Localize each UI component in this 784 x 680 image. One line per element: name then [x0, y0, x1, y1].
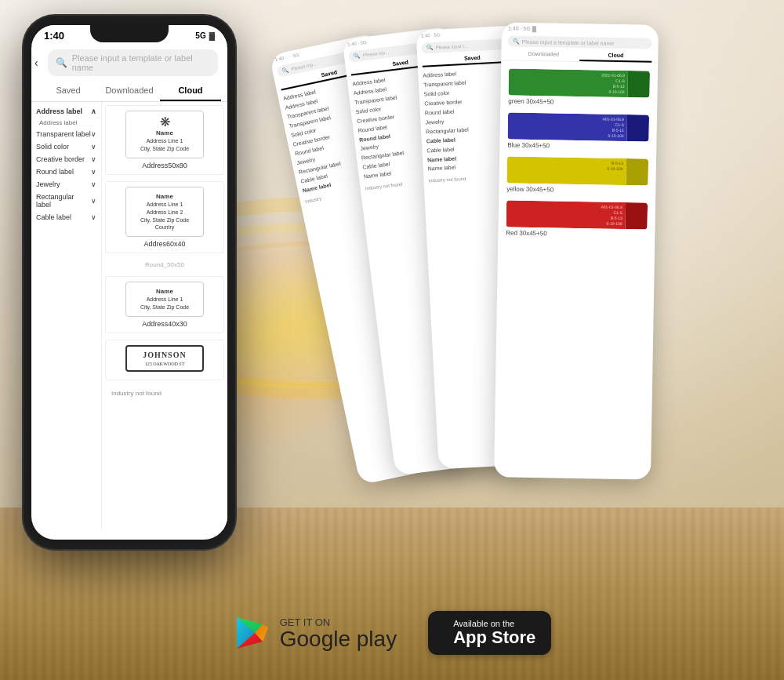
- card3-search-icon: 🔍: [426, 45, 433, 51]
- red-label-name: Red 30x45+50: [506, 229, 647, 238]
- sidebar-address-label[interactable]: Address label ∧: [31, 105, 101, 118]
- status-icons: 5G ▓: [195, 31, 215, 40]
- preview-name-3: Name: [136, 287, 194, 296]
- template-johnson[interactable]: JOHNSON 123 OAKWOOD ST: [105, 340, 224, 380]
- red-tab-block: [625, 202, 648, 229]
- app-store-badge[interactable]: Available on the App Store: [428, 611, 551, 655]
- search-icon: 🔍: [56, 57, 67, 68]
- red-main-block: A01-01-06.9C1-SB-5-130-10-100: [506, 200, 626, 229]
- sidebar-address-sub[interactable]: Address label: [31, 118, 101, 128]
- app-store-main: App Store: [453, 628, 535, 647]
- green-label-text: 2021-01-06.9C1-SB-5-130-10-100: [601, 73, 625, 96]
- card4-status: 1:40 · 5G ▓: [502, 22, 659, 36]
- sidebar-list: Address label ∧ Address label Transparen…: [31, 102, 102, 530]
- tab-downloaded[interactable]: Downloaded: [99, 81, 160, 101]
- colored-labels-section: 2021-01-06.9C1-SB-5-130-10-100 green 30x…: [498, 62, 658, 253]
- phone-body: 1:40 5G ▓ ‹ 🔍 Please input a template or…: [24, 16, 235, 549]
- sidebar-jewelry[interactable]: Jewelry ∨: [31, 178, 101, 191]
- template-name-3: Address40x30: [142, 320, 187, 328]
- blue-label-name: Blue 30x45+50: [507, 141, 648, 151]
- yellow-tab-block: [626, 158, 648, 185]
- google-play-text: GET IT ON Google play: [280, 616, 397, 650]
- template-area: ❋ Name Address Line 1 City, State Zip Co…: [102, 102, 227, 530]
- battery-icon: ▓: [209, 31, 215, 40]
- card1-search-text: Please inp...: [291, 61, 318, 71]
- green-tab-block: [627, 71, 650, 97]
- bottom-section: GET IT ON Google play Available on the A…: [0, 586, 784, 680]
- card4-search: 🔍 Please input a template or label name: [508, 35, 652, 49]
- green-label-row: 2021-01-06.9C1-SB-5-130-10-100 green 30x…: [508, 68, 650, 107]
- blue-tab-block: [626, 115, 649, 141]
- blue-main-block: A01-01-06.9C1-SB-5-130-10-100: [507, 112, 627, 141]
- back-cards-container: 1:40 · · · 5G 🔍 Please inp... Saved Addr…: [306, 24, 760, 588]
- app-store-text: Available on the App Store: [453, 619, 535, 647]
- card4-tab-cloud[interactable]: Cloud: [579, 49, 652, 63]
- red-bar: A01-01-06.9C1-SB-5-130-10-100: [506, 200, 648, 229]
- card4-search-icon: 🔍: [513, 38, 520, 45]
- blue-label-row: A01-01-06.9C1-SB-5-130-10-100 Blue 30x45…: [507, 112, 649, 151]
- preview-line2-1: City, State Zip Code: [136, 145, 194, 153]
- tab-cloud[interactable]: Cloud: [160, 81, 221, 101]
- google-play-badge[interactable]: GET IT ON Google play: [233, 613, 397, 653]
- yellow-label-text: B-5-130-10-10V: [607, 161, 623, 172]
- sidebar-round[interactable]: Round label ∨: [31, 165, 101, 178]
- industry-not-found: Industry not found: [105, 387, 224, 400]
- yellow-main-block: B-5-130-10-10V: [506, 156, 626, 185]
- template-preview-3: Name Address Line 1 City, State Zip Code: [125, 282, 204, 317]
- template-preview-2: Name Address Line 1 Address Line 2 City,…: [125, 187, 204, 237]
- preview-johnson-name: JOHNSON: [133, 350, 196, 361]
- sidebar-solid[interactable]: Solid color ∨: [31, 140, 101, 153]
- red-label-text: A01-01-06.9C1-SB-5-130-10-100: [601, 205, 622, 227]
- template-name-2: Addres60x40: [143, 240, 185, 248]
- green-bar: 2021-01-06.9C1-SB-5-130-10-100: [508, 68, 650, 97]
- template-preview-johnson: JOHNSON 123 OAKWOOD ST: [125, 345, 204, 372]
- template-address60x40[interactable]: Name Address Line 1 Address Line 2 City,…: [105, 181, 224, 253]
- card4-search-text: Please input a template or label name: [522, 38, 615, 45]
- card2-search-icon: 🔍: [354, 53, 361, 60]
- template-address50x80[interactable]: ❋ Name Address Line 1 City, State Zip Co…: [105, 105, 224, 175]
- card1-search-icon: 🔍: [281, 67, 289, 75]
- card2-search-text: Please inp...: [363, 50, 390, 58]
- main-phone: 1:40 5G ▓ ‹ 🔍 Please input a template or…: [24, 16, 235, 549]
- sidebar-transparent[interactable]: Transparent label ∨: [31, 128, 101, 140]
- sidebar-creative[interactable]: Creative border∨: [31, 153, 101, 165]
- search-placeholder: Please input a template or label name: [72, 53, 210, 72]
- green-label-name: green 30x45+50: [508, 97, 649, 107]
- card4-tabs: Downloaded Cloud: [501, 48, 658, 63]
- card4-tab-downloaded[interactable]: Downloaded: [507, 48, 579, 61]
- search-bar[interactable]: 🔍 Please input a template or label name: [48, 49, 218, 76]
- signal-text: 5G: [195, 31, 205, 40]
- phone-content: Address label ∧ Address label Transparen…: [31, 102, 227, 530]
- template-preview-1: ❋ Name Address Line 1 City, State Zip Co…: [125, 111, 204, 158]
- blue-label-text: A01-01-06.9C1-SB-5-130-10-100: [602, 117, 624, 139]
- yellow-label-row: B-5-130-10-10V yellow 30x45+50: [506, 156, 648, 195]
- card3-search-text: Please input t...: [435, 44, 468, 50]
- ornament-icon: ❋: [136, 116, 194, 129]
- red-label-row: A01-01-06.9C1-SB-5-130-10-100 Red 30x45+…: [506, 200, 648, 238]
- template-address40x30[interactable]: Name Address Line 1 City, State Zip Code…: [105, 276, 224, 333]
- preview-johnson-addr: 123 OAKWOOD ST: [133, 361, 196, 367]
- back-icon[interactable]: ‹: [34, 56, 38, 69]
- tabs-row: Saved Downloaded Cloud: [31, 81, 227, 102]
- sidebar-cable[interactable]: Cable label ∨: [31, 211, 101, 224]
- blue-bar: A01-01-06.9C1-SB-5-130-10-100: [507, 112, 649, 141]
- yellow-bar: B-5-130-10-10V: [506, 156, 648, 185]
- preview-name-1: Name: [136, 129, 194, 137]
- green-main-block: 2021-01-06.9C1-SB-5-130-10-100: [508, 68, 628, 97]
- phone-notch: [90, 25, 169, 42]
- google-play-icon: [233, 613, 272, 653]
- google-play-main: Google play: [280, 628, 397, 650]
- phone-screen: 1:40 5G ▓ ‹ 🔍 Please input a template or…: [31, 25, 227, 540]
- tab-saved[interactable]: Saved: [38, 81, 99, 101]
- yellow-label-name: yellow 30x45+50: [506, 185, 648, 195]
- template-name-1: Address50x80: [142, 162, 187, 169]
- front-card-4: 1:40 · 5G ▓ 🔍 Please input a template or…: [494, 22, 659, 479]
- preview-name-2: Name: [136, 192, 194, 201]
- search-row: ‹ 🔍 Please input a template or label nam…: [34, 46, 224, 79]
- status-time: 1:40: [44, 30, 64, 42]
- round-label-header: Round_50x50: [105, 260, 224, 270]
- sidebar-rectangular[interactable]: Rectangular label∨: [31, 191, 101, 211]
- preview-line1-1: Address Line 1: [136, 137, 194, 145]
